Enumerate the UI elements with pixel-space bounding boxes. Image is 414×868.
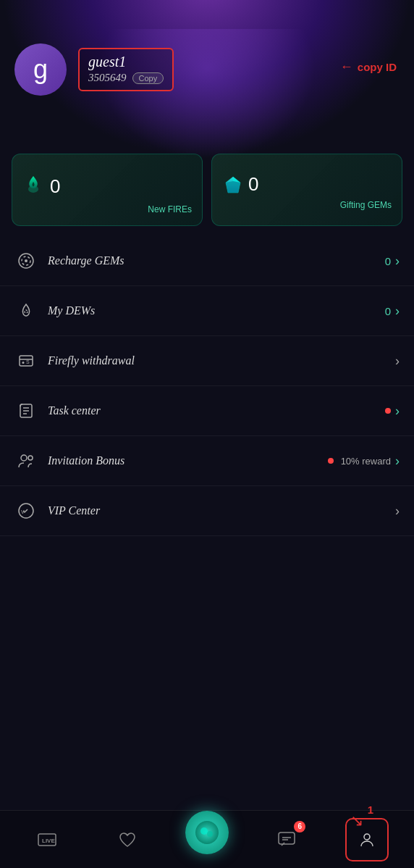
withdrawal-icon: S — [14, 349, 38, 372]
task-label: Task center — [48, 404, 385, 417]
svg-rect-22 — [279, 832, 295, 844]
menu-item-dews[interactable]: My DEWs 0 › — [0, 286, 414, 336]
gem-card-label: Gifting GEMs — [340, 200, 392, 210]
task-icon — [14, 399, 38, 422]
fire-card-label: New FIREs — [148, 204, 192, 214]
svg-text:S: S — [26, 359, 30, 364]
profile-nav-icon — [358, 830, 376, 849]
svg-point-8 — [25, 310, 28, 313]
svg-marker-4 — [226, 181, 240, 193]
invitation-dot — [328, 458, 334, 464]
user-id-row: 3505649 Copy — [88, 72, 164, 84]
recharge-label: Recharge GEMs — [48, 254, 385, 267]
invitation-reward: 10% reward — [341, 456, 391, 467]
vip-icon: V — [14, 499, 38, 522]
svg-point-20 — [200, 827, 208, 835]
vip-label: VIP Center — [48, 504, 395, 517]
recharge-chevron: › — [395, 254, 400, 269]
invitation-icon — [14, 449, 38, 472]
svg-point-13 — [21, 455, 27, 461]
dews-chevron: › — [395, 304, 400, 319]
gem-icon — [222, 175, 242, 195]
profile-section: g guest1 3505649 Copy ← copy ID — [0, 36, 414, 110]
username-box: guest1 3505649 Copy — [78, 48, 174, 91]
recharge-value: 0 — [385, 255, 391, 267]
fire-icon — [22, 173, 44, 200]
menu-item-task[interactable]: Task center › — [0, 386, 414, 436]
gem-card-main: 0 — [222, 173, 258, 196]
dews-right: 0 › — [385, 304, 400, 319]
invitation-right: 10% reward › — [328, 454, 400, 469]
recharge-icon — [14, 249, 38, 272]
recharge-right: 0 › — [385, 254, 400, 269]
menu-item-recharge[interactable]: Recharge GEMs 0 › — [0, 236, 414, 286]
arrow-left-icon: ← — [340, 59, 353, 75]
withdrawal-chevron: › — [395, 354, 400, 369]
arrow-annotation: 1 — [368, 804, 373, 816]
bottom-nav: 1 ↘ LIVE — [0, 810, 414, 868]
task-dot — [385, 408, 391, 414]
invitation-chevron: › — [395, 454, 400, 469]
invitation-label: Invitation Bonus — [48, 454, 328, 467]
task-right: › — [385, 404, 400, 419]
chat-icon — [277, 831, 296, 848]
svg-text:LIVE: LIVE — [42, 838, 55, 844]
nav-item-center[interactable] — [185, 811, 229, 854]
gem-card-value: 0 — [248, 173, 258, 196]
avatar: g — [14, 43, 67, 96]
chat-badge: 6 — [294, 821, 305, 832]
withdrawal-right: › — [395, 354, 400, 369]
dews-icon — [14, 299, 38, 322]
nav-item-heart[interactable] — [106, 818, 149, 861]
nav-item-live[interactable]: LIVE — [25, 818, 69, 861]
svg-point-7 — [25, 259, 28, 262]
menu-item-invitation[interactable]: Invitation Bonus 10% reward › — [0, 436, 414, 486]
username: guest1 — [88, 54, 164, 70]
copy-button[interactable]: Copy — [132, 72, 164, 84]
svg-point-21 — [207, 831, 213, 837]
copy-id-label: ← copy ID — [340, 59, 397, 75]
dews-label: My DEWs — [48, 304, 385, 317]
fire-card-main: 0 — [22, 173, 60, 200]
heart-icon — [118, 831, 137, 848]
live-icon: LIVE — [37, 832, 57, 847]
withdrawal-label: Firefly withdrawal — [48, 354, 395, 367]
fire-card[interactable]: 0 New FIREs — [12, 154, 203, 226]
menu-section: Recharge GEMs 0 › My DEWs 0 › — [0, 236, 414, 810]
user-id: 3505649 — [88, 72, 127, 84]
dews-value: 0 — [385, 305, 391, 317]
svg-point-23 — [364, 834, 370, 840]
center-icon — [194, 819, 220, 846]
task-chevron: › — [395, 404, 400, 419]
menu-item-withdrawal[interactable]: S Firefly withdrawal › — [0, 336, 414, 386]
svg-text:V: V — [21, 509, 25, 514]
vip-chevron: › — [395, 504, 400, 519]
nav-item-chat[interactable]: 6 — [265, 818, 308, 861]
svg-point-10 — [22, 362, 25, 364]
gem-card[interactable]: 0 Gifting GEMs — [211, 154, 402, 226]
nav-item-profile[interactable] — [345, 818, 389, 861]
vip-right: › — [395, 504, 400, 519]
fire-card-value: 0 — [50, 175, 60, 198]
menu-item-vip[interactable]: V VIP Center › — [0, 486, 414, 536]
svg-point-14 — [28, 456, 33, 460]
